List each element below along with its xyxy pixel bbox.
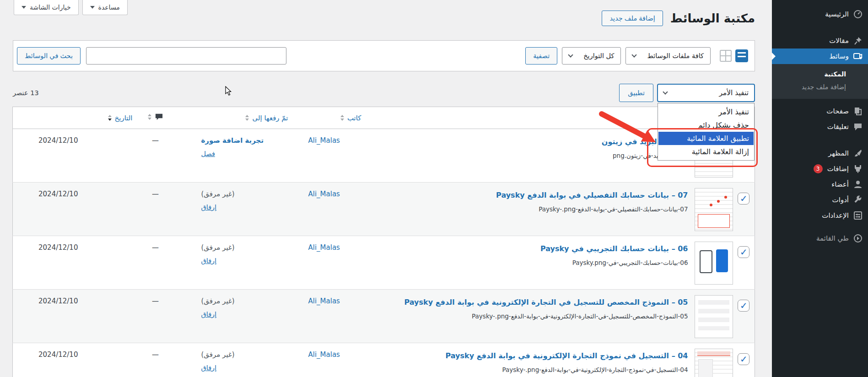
sidebar-item-label: طي القائمة <box>816 234 849 242</box>
grid-view-icon[interactable] <box>720 50 732 62</box>
uploaded-to-name[interactable]: (غير مرفق) <box>201 190 288 198</box>
table-row: ✓ 05 – النموذج المخصص للتسجيل في التجارة… <box>13 290 755 343</box>
sidebar-item-dashboard[interactable]: الرئيسية <box>772 6 868 22</box>
uploaded-to-name[interactable]: (غير مرفق) <box>201 297 288 305</box>
sidebar-item-posts[interactable]: مقالات <box>772 33 868 48</box>
filter-button[interactable]: تصفية <box>525 47 557 65</box>
attach-detach-link[interactable]: إرفاق <box>201 364 288 372</box>
chevron-down-icon <box>663 89 668 94</box>
sidebar-item-label: أدوات <box>832 196 849 204</box>
bulk-action-select[interactable]: تنفيذ الأمر <box>657 84 755 102</box>
search-box: بحث في الوسائط <box>17 47 286 65</box>
sort-icon <box>245 115 249 121</box>
dashboard-icon <box>853 10 863 19</box>
row-checkbox-cell: ✓ <box>733 183 755 236</box>
row-checkbox[interactable]: ✓ <box>738 353 749 365</box>
sidebar-item-users[interactable]: أعضاء <box>772 177 868 192</box>
bulk-menu-option[interactable]: تنفيذ الأمر <box>658 105 754 118</box>
list-view-icon[interactable] <box>735 49 748 62</box>
row-checkbox-cell: ✓ <box>733 290 755 343</box>
author-link[interactable]: Ali_Malas <box>308 190 340 198</box>
sidebar-item-plugins[interactable]: إضافات 3 <box>772 161 868 177</box>
comments-cell: — <box>133 236 178 290</box>
media-title-link[interactable]: 05 – النموذج المخصص للتسجيل في التجارة ا… <box>404 297 688 308</box>
header-uploaded-label: تمّ رفعها إلى <box>252 114 288 122</box>
uploaded-to-name[interactable]: (غير مرفق) <box>201 350 288 359</box>
comments-icon <box>155 113 163 121</box>
row-checkbox[interactable]: ✓ <box>738 246 749 258</box>
media-thumbnail[interactable] <box>695 188 733 231</box>
table-row: ✓ صناديق البريد في زيتون صناديق-البريد-ف… <box>13 129 755 183</box>
sort-icon <box>148 114 151 120</box>
header-uploaded-to[interactable]: تمّ رفعها إلى <box>178 107 288 129</box>
submenu-item-add-new[interactable]: إضافة ملف جديد <box>772 81 868 93</box>
media-title-link[interactable]: 04 – التسجيل في نموذج التجارة الإلكتروني… <box>445 350 688 361</box>
items-count: 13 عنصر <box>13 84 39 102</box>
bulk-menu-option[interactable]: إزالة العلامة المائية <box>658 145 754 158</box>
bulk-menu-option[interactable]: حذف بشكل دائم <box>658 118 754 132</box>
submenu-item-library[interactable]: المكتبة <box>772 68 868 81</box>
pin-icon <box>853 36 863 45</box>
chevron-down-icon <box>632 52 637 57</box>
media-type-select[interactable]: كافة ملفات الوسائط <box>625 47 711 65</box>
uploaded-to-name[interactable]: تجربة اضافة صورة <box>201 136 288 145</box>
attach-detach-link[interactable]: فصل <box>201 150 288 157</box>
page-title: مكتبة الوسائط <box>670 9 755 27</box>
media-table: كاتب تمّ رفعها إلى التاريخ ✓ <box>12 107 755 377</box>
author-cell: Ali_Malas <box>288 343 361 377</box>
author-link[interactable]: Ali_Malas <box>308 136 340 145</box>
media-submenu: المكتبة إضافة ملف جديد <box>772 64 868 99</box>
appearance-icon <box>853 149 863 158</box>
sidebar-item-comments[interactable]: تعليقات <box>772 119 868 135</box>
sidebar-item-label: الإعدادات <box>822 211 849 220</box>
sidebar-item-pages[interactable]: صفحات <box>772 103 868 119</box>
attach-detach-link[interactable]: إرفاق <box>201 204 288 211</box>
wp-admin-page: الرئيسية مقالات وسائط المكتبة إضافة ملف … <box>0 0 868 377</box>
file-cell: 04 – التسجيل في نموذج التجارة الإلكتروني… <box>361 343 733 377</box>
sidebar-item-settings[interactable]: الإعدادات <box>772 208 868 223</box>
date-filter-select[interactable]: كل التواريخ <box>562 47 621 65</box>
sidebar-item-collapse-menu[interactable]: طي القائمة <box>772 231 868 246</box>
screen-options-label: خيارات الشاشة <box>30 4 71 11</box>
sidebar-item-label: أعضاء <box>831 180 849 188</box>
header-author[interactable]: كاتب <box>288 107 361 129</box>
attach-detach-link[interactable]: إرفاق <box>201 311 288 318</box>
comments-cell: — <box>133 290 178 343</box>
row-checkbox[interactable]: ✓ <box>738 193 749 205</box>
media-filename: 06-بيانات-حسابك-التجريبي-في-Paysky.png <box>540 259 688 266</box>
sidebar-item-tools[interactable]: أدوات <box>772 192 868 208</box>
uploaded-to-name[interactable]: (غير مرفق) <box>201 243 288 252</box>
tools-icon <box>853 195 863 205</box>
header-date[interactable]: التاريخ <box>13 107 133 129</box>
bulk-actions: تنفيذ الأمر تطبيق <box>619 84 755 102</box>
sidebar-item-appearance[interactable]: المظهر <box>772 145 868 161</box>
media-thumbnail[interactable] <box>695 349 733 377</box>
media-library-content: خيارات الشاشة مساعدة مكتبة الوسائط إضافة… <box>0 0 772 377</box>
attach-detach-link[interactable]: إرفاق <box>201 257 288 264</box>
sidebar-item-media[interactable]: وسائط <box>772 48 868 64</box>
chevron-down-icon <box>22 6 26 9</box>
help-tab[interactable]: مساعدة <box>82 0 128 15</box>
media-title-link[interactable]: 07 – بيانات حسابك التفصيلي في بوابة الدف… <box>496 190 688 201</box>
row-checkbox[interactable]: ✓ <box>738 300 749 312</box>
author-link[interactable]: Ali_Malas <box>308 297 340 305</box>
table-row: ✓ 04 – التسجيل في نموذج التجارة الإلكترو… <box>13 343 755 377</box>
bulk-menu-option[interactable]: تطبيق العلامة المائية <box>658 132 754 145</box>
chevron-down-icon <box>90 6 95 9</box>
uploaded-to-cell: تجربة اضافة صورة فصل <box>178 129 288 183</box>
settings-icon <box>853 211 863 220</box>
media-title-link[interactable]: 06 – بيانات حسابك التجريبي في Paysky <box>540 243 688 254</box>
search-input[interactable] <box>86 47 286 65</box>
author-link[interactable]: Ali_Malas <box>308 243 340 252</box>
pages-icon <box>853 107 863 116</box>
screen-options-tab[interactable]: خيارات الشاشة <box>14 0 79 15</box>
header-comments[interactable] <box>133 107 178 129</box>
media-thumbnail[interactable] <box>695 242 733 285</box>
menu-separator <box>772 223 868 231</box>
add-new-file-button[interactable]: إضافة ملف جديد <box>602 11 663 26</box>
media-thumbnail[interactable] <box>695 295 733 338</box>
uploaded-to-cell: (غير مرفق) إرفاق <box>178 183 288 236</box>
apply-button[interactable]: تطبيق <box>619 84 653 102</box>
author-link[interactable]: Ali_Malas <box>308 350 340 359</box>
search-media-button[interactable]: بحث في الوسائط <box>17 47 81 65</box>
